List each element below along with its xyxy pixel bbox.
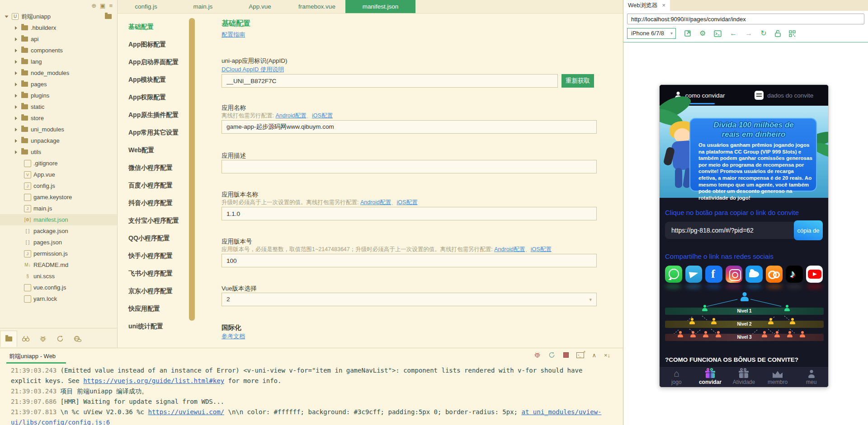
editor-tab[interactable]: main.js — [175, 0, 231, 13]
android-config-link[interactable]: Android配置 — [275, 112, 306, 119]
nav-item-convidar[interactable]: convidar — [693, 367, 727, 387]
lock-icon[interactable] — [775, 30, 781, 37]
qr-code-icon[interactable] — [789, 30, 796, 37]
back-arrow-icon[interactable]: ← — [730, 30, 737, 37]
collapse-all-icon[interactable]: ▣ — [100, 2, 105, 9]
tree-folder-row[interactable]: utils — [0, 146, 117, 158]
new-terminal-icon[interactable]: ›_ — [576, 352, 584, 358]
vue-version-select[interactable]: 2 ▾ — [222, 293, 597, 306]
tree-file-row[interactable]: vue.config.js — [0, 282, 117, 293]
tree-folder-row[interactable]: plugins — [0, 90, 117, 101]
stop-icon[interactable] — [563, 352, 569, 358]
config-nav-item[interactable]: 快手小程序配置 — [118, 247, 189, 265]
debug-icon[interactable] — [534, 351, 541, 359]
config-nav-item[interactable]: 抖音小程序配置 — [118, 194, 189, 212]
nav-item-meu[interactable]: meu — [794, 367, 828, 387]
config-nav-item[interactable]: App常用其它设置 — [118, 124, 189, 141]
log-link[interactable]: https://vuejs.org/guide/list.html#key — [83, 377, 224, 384]
editor-tab[interactable]: App.vue — [231, 0, 288, 13]
config-nav-item[interactable]: 快应用配置 — [118, 300, 189, 318]
config-nav-item[interactable]: QQ小程序配置 — [118, 229, 189, 247]
clear-log-icon[interactable]: ×↓ — [604, 352, 610, 359]
sync-tab[interactable] — [52, 331, 69, 347]
tree-folder-row[interactable]: uni_modules — [0, 124, 117, 135]
tree-file-row[interactable]: J config.js — [0, 180, 117, 191]
tree-folder-row[interactable]: components — [0, 45, 117, 56]
menu-icon[interactable]: ≡ — [109, 2, 113, 9]
i18n-doc-link[interactable]: 参考文档 — [222, 332, 598, 341]
social-icon[interactable] — [766, 266, 783, 283]
log-link[interactable]: https://uviewui.com/ — [148, 408, 224, 416]
config-nav-item[interactable]: uni统计配置 — [118, 318, 189, 335]
tree-file-row[interactable]: M↓ README.md — [0, 259, 117, 271]
refresh-icon[interactable]: ↻ — [760, 30, 766, 37]
scrollbar[interactable] — [189, 18, 195, 321]
tab-dados-do-convite[interactable]: dados do convite — [755, 91, 813, 100]
android-config-link[interactable]: Android配置 — [360, 199, 391, 205]
console-tab[interactable]: 前端uniapp - Web — [9, 352, 56, 360]
refresh-appid-button[interactable]: 重新获取 — [561, 74, 594, 88]
tree-folder-row[interactable]: store — [0, 112, 117, 124]
tree-folder-row[interactable]: static — [0, 101, 117, 112]
tree-file-row[interactable]: V App.vue — [0, 169, 117, 180]
tree-folder-row[interactable]: pages — [0, 79, 117, 90]
config-nav-item[interactable]: 微信小程序配置 — [118, 159, 189, 177]
tree-folder-row[interactable]: lang — [0, 56, 117, 67]
tree-file-row[interactable]: yarn.lock — [0, 293, 117, 304]
tree-file-row[interactable]: [ ] package.json — [0, 225, 117, 237]
appid-doc-link[interactable]: DCloud AppID 使用说明 — [222, 65, 598, 74]
nav-item-membro[interactable]: membro — [761, 367, 795, 387]
social-icon[interactable] — [665, 266, 682, 283]
config-nav-item[interactable]: App原生插件配置 — [118, 106, 189, 124]
forward-arrow-icon[interactable]: → — [745, 30, 752, 37]
app-name-input[interactable] — [222, 120, 597, 134]
tree-file-row[interactable]: § uni.scss — [0, 271, 117, 282]
social-icon[interactable] — [745, 266, 763, 283]
tree-file-row[interactable]: game.keystore — [0, 191, 117, 203]
open-external-icon[interactable] — [684, 30, 691, 37]
tree-file-row[interactable]: .gitignore — [0, 158, 117, 169]
copy-link-button[interactable]: cópia de — [794, 220, 823, 240]
web-tab[interactable] — [69, 331, 86, 347]
app-desc-input[interactable] — [222, 160, 597, 173]
settings-gear-icon[interactable]: ⚙ — [699, 30, 706, 37]
config-guide-link[interactable]: 配置指南 — [222, 31, 598, 39]
social-icon[interactable] — [806, 266, 823, 283]
appid-input[interactable] — [222, 74, 558, 88]
nav-item-jogo[interactable]: ⌂ jogo — [660, 367, 693, 387]
version-name-input[interactable] — [222, 207, 597, 220]
collapse-icon[interactable]: ∧ — [592, 352, 596, 359]
config-nav-item[interactable]: App启动界面配置 — [118, 53, 189, 71]
restart-icon[interactable] — [548, 351, 556, 359]
config-nav-item[interactable]: Web配置 — [118, 141, 189, 159]
tree-folder-row[interactable]: node_modules — [0, 67, 117, 79]
ios-config-link[interactable]: iOS配置 — [531, 246, 552, 252]
version-code-input[interactable] — [222, 254, 597, 267]
browser-tab[interactable]: Web浏览器 × — [623, 0, 670, 11]
search-tab[interactable] — [17, 331, 34, 347]
editor-tab[interactable]: manifest.json — [345, 0, 415, 13]
config-nav-item[interactable]: 基础配置 — [118, 18, 189, 36]
editor-tab[interactable]: config.js — [118, 0, 175, 13]
tree-folder-row[interactable]: .hbuilderx — [0, 22, 117, 33]
social-icon[interactable] — [726, 266, 743, 283]
close-icon[interactable]: × — [662, 0, 666, 11]
social-icon[interactable] — [786, 266, 803, 283]
ios-config-link[interactable]: iOS配置 — [397, 199, 418, 205]
locate-icon[interactable]: ⊕ — [91, 2, 96, 9]
devtools-console-icon[interactable] — [714, 30, 722, 37]
ios-config-link[interactable]: iOS配置 — [312, 112, 333, 119]
social-icon[interactable] — [685, 266, 703, 283]
url-input[interactable] — [627, 14, 864, 24]
tree-file-row[interactable]: [⚙] manifest.json — [0, 214, 117, 225]
config-nav-item[interactable]: 支付宝小程序配置 — [118, 212, 189, 229]
tree-file-row[interactable]: J permission.js — [0, 248, 117, 259]
tree-file-row[interactable]: J main.js — [0, 203, 117, 214]
config-nav-item[interactable]: 百度小程序配置 — [118, 177, 189, 194]
editor-tab[interactable]: framebox.vue — [288, 0, 345, 13]
nav-item-atividade[interactable]: Atividade — [727, 367, 761, 387]
config-nav-item[interactable]: 京东小程序配置 — [118, 282, 189, 300]
android-config-link[interactable]: Android配置 — [494, 246, 525, 252]
tree-folder-row[interactable]: api — [0, 33, 117, 45]
files-tab[interactable] — [0, 331, 17, 347]
